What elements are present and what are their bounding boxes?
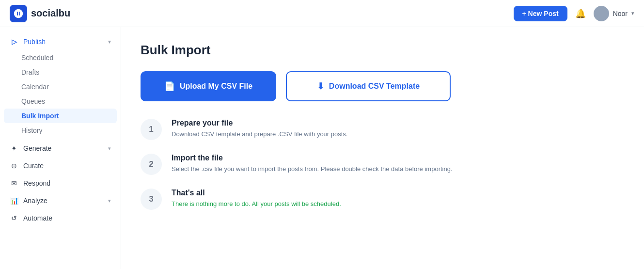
download-template-button[interactable]: ⬇ Download CSV Template: [286, 71, 451, 101]
bulk-import-label: Bulk Import: [21, 112, 59, 120]
automate-icon: ↺: [10, 214, 18, 222]
sidebar-item-queues[interactable]: Queues: [0, 94, 121, 109]
chevron-generate-icon: ▾: [108, 145, 111, 152]
action-buttons: 📄 Upload My CSV File ⬇ Download CSV Temp…: [141, 71, 625, 101]
scheduled-label: Scheduled: [21, 54, 53, 62]
step-3-content: That's all There is nothing more to do. …: [172, 189, 341, 209]
upload-icon: 📄: [164, 81, 175, 92]
logo-icon: [10, 5, 27, 22]
sidebar-label-publish: Publish: [23, 38, 103, 46]
history-label: History: [21, 127, 43, 134]
avatar: [594, 6, 609, 21]
upload-csv-button[interactable]: 📄 Upload My CSV File: [141, 71, 276, 101]
chevron-analyze-icon: ▾: [108, 198, 111, 204]
sidebar-item-drafts[interactable]: Drafts: [0, 65, 121, 79]
step-3: 3 That's all There is nothing more to do…: [141, 189, 625, 210]
sidebar-item-publish[interactable]: ▷ Publish ▾: [0, 33, 121, 50]
calendar-label: Calendar: [21, 83, 49, 91]
analyze-icon: 📊: [10, 196, 18, 205]
step-2: 2 Import the file Select the .csv file y…: [141, 154, 625, 175]
generate-icon: ✦: [10, 144, 18, 153]
upload-btn-label: Upload My CSV File: [180, 82, 252, 91]
logo: socialbu: [10, 5, 70, 22]
step-2-title: Import the file: [172, 154, 453, 162]
step-3-number: 3: [141, 189, 162, 210]
queues-label: Queues: [21, 97, 45, 105]
header: socialbu + New Post 🔔 Noor ▾: [0, 0, 644, 27]
sidebar-item-analyze[interactable]: 📊 Analyze ▾: [0, 192, 121, 209]
sidebar-item-automate[interactable]: ↺ Automate: [0, 209, 121, 227]
main-content: Bulk Import 📄 Upload My CSV File ⬇ Downl…: [121, 27, 644, 269]
notifications-icon[interactable]: 🔔: [575, 8, 586, 19]
curate-icon: ⊙: [10, 161, 18, 170]
sidebar-label-generate: Generate: [23, 144, 103, 152]
sidebar-item-calendar[interactable]: Calendar: [0, 79, 121, 94]
drafts-label: Drafts: [21, 68, 39, 76]
sidebar: ▷ Publish ▾ Scheduled Drafts Calendar Qu…: [0, 27, 121, 269]
chevron-down-icon: ▾: [631, 10, 634, 16]
sidebar-item-curate[interactable]: ⊙ Curate: [0, 157, 121, 174]
user-name: Noor: [613, 10, 628, 17]
step-3-desc: There is nothing more to do. All your po…: [172, 199, 341, 209]
sidebar-label-automate: Automate: [23, 214, 111, 222]
layout: ▷ Publish ▾ Scheduled Drafts Calendar Qu…: [0, 27, 644, 269]
step-2-content: Import the file Select the .csv file you…: [172, 154, 453, 174]
sidebar-item-scheduled[interactable]: Scheduled: [0, 50, 121, 65]
new-post-button[interactable]: + New Post: [514, 6, 567, 21]
steps-list: 1 Prepare your file Download CSV templat…: [141, 119, 625, 210]
user-menu[interactable]: Noor ▾: [594, 6, 634, 21]
sidebar-label-curate: Curate: [23, 162, 111, 170]
step-1-number: 1: [141, 119, 162, 140]
step-3-title: That's all: [172, 189, 341, 197]
step-2-number: 2: [141, 154, 162, 175]
sidebar-item-bulk-import[interactable]: Bulk Import: [4, 109, 117, 123]
sidebar-label-analyze: Analyze: [23, 197, 103, 205]
publish-icon: ▷: [10, 37, 18, 46]
new-post-label: + New Post: [522, 10, 559, 17]
sidebar-item-respond[interactable]: ✉ Respond: [0, 174, 121, 192]
header-right: + New Post 🔔 Noor ▾: [514, 6, 634, 21]
logo-text: socialbu: [31, 8, 70, 19]
sidebar-item-generate[interactable]: ✦ Generate ▾: [0, 140, 121, 157]
sidebar-item-history[interactable]: History: [0, 123, 121, 138]
step-1-title: Prepare your file: [172, 119, 347, 127]
step-1-desc: Download CSV template and prepare .CSV f…: [172, 129, 347, 139]
sidebar-label-respond: Respond: [23, 179, 111, 187]
step-1: 1 Prepare your file Download CSV templat…: [141, 119, 625, 140]
step-2-desc: Select the .csv file you want to import …: [172, 164, 453, 174]
respond-icon: ✉: [10, 179, 18, 188]
page-title: Bulk Import: [141, 43, 625, 58]
download-btn-label: Download CSV Template: [329, 82, 420, 91]
download-icon: ⬇: [317, 81, 324, 92]
chevron-publish-icon: ▾: [108, 39, 111, 45]
step-1-content: Prepare your file Download CSV template …: [172, 119, 347, 139]
